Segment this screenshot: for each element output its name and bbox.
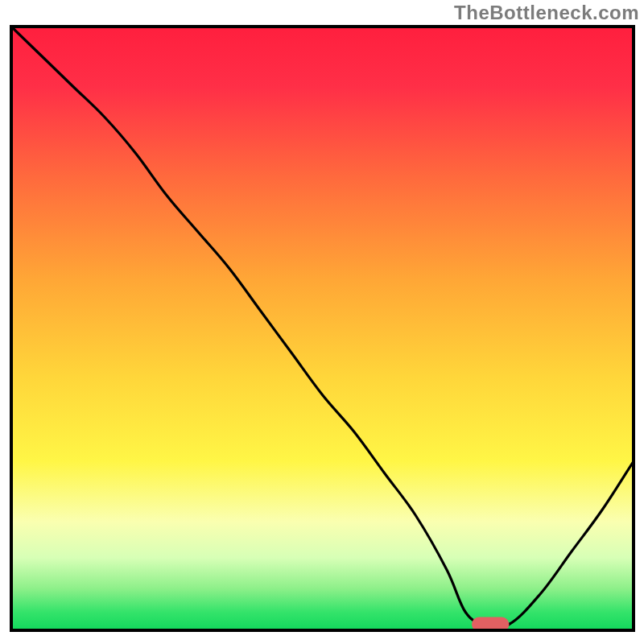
bottleneck-chart	[0, 0, 644, 644]
chart-container: TheBottleneck.com	[0, 0, 644, 644]
watermark-text: TheBottleneck.com	[454, 2, 639, 24]
